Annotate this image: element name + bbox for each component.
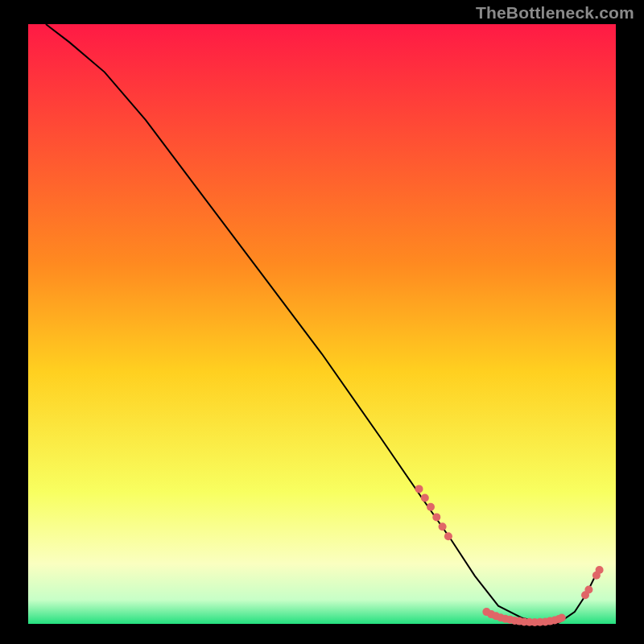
data-marker bbox=[427, 503, 435, 511]
chart-stage: TheBottleneck.com bbox=[0, 0, 644, 644]
data-marker bbox=[432, 513, 440, 521]
plot-background bbox=[28, 24, 616, 624]
data-marker bbox=[439, 522, 447, 530]
watermark-label: TheBottleneck.com bbox=[476, 3, 634, 23]
chart-svg bbox=[0, 0, 644, 644]
data-marker bbox=[558, 614, 566, 622]
data-marker bbox=[415, 485, 423, 493]
data-marker bbox=[584, 586, 592, 594]
data-marker bbox=[596, 566, 604, 574]
data-marker bbox=[444, 532, 452, 540]
data-marker bbox=[421, 494, 429, 502]
